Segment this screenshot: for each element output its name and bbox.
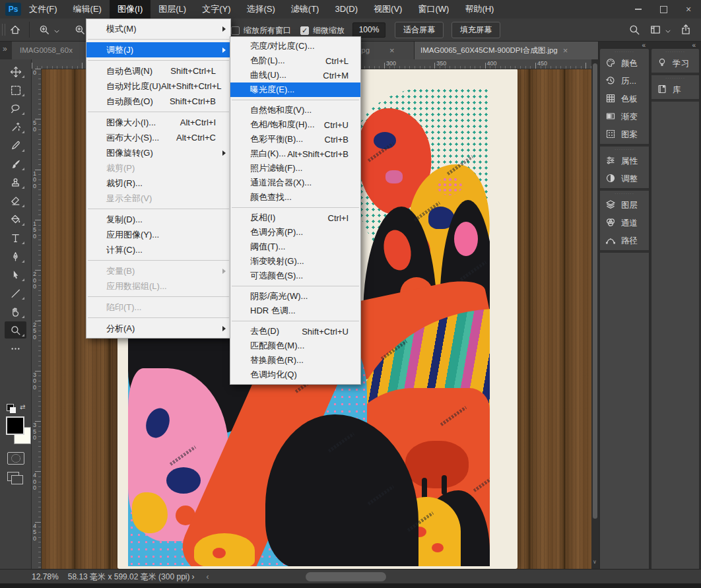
status-zoom-field[interactable]: 12.78% <box>32 572 59 581</box>
image-menu-item-13[interactable]: 裁切(R)... <box>86 176 230 191</box>
magic-wand-tool[interactable] <box>5 118 26 135</box>
panel-tab-gradient[interactable]: 渐变 <box>600 108 649 126</box>
adjust-submenu-item-3[interactable]: 曲线(U)...Ctrl+M <box>230 68 360 82</box>
image-menu-item-11[interactable]: 图像旋转(G) <box>86 145 230 160</box>
menubar-item-11[interactable]: 帮助(H) <box>457 0 502 18</box>
image-menu-item-6[interactable]: 自动对比度(U)Alt+Shift+Ctrl+L <box>86 79 230 94</box>
adjust-submenu-item-14[interactable]: 反相(I)Ctrl+I <box>230 211 360 225</box>
collapse-panels-icon[interactable]: « <box>692 42 695 49</box>
image-menu-item-3[interactable]: 调整(J) <box>86 42 230 57</box>
panel-drag-dots[interactable]: ········· <box>600 191 649 197</box>
panel-tab-adjust[interactable]: 调整 <box>600 170 649 188</box>
horizontal-scrollbar-thumb[interactable] <box>306 572 386 581</box>
menubar-item-10[interactable]: 窗口(W) <box>410 0 457 18</box>
close-tab-icon[interactable]: × <box>389 46 395 55</box>
path-selection-tool[interactable] <box>5 266 26 283</box>
zoom-tool-icon[interactable] <box>38 24 50 36</box>
fit-screen-button[interactable]: 适合屏幕 <box>395 22 444 38</box>
image-menu-item-20[interactable]: 变量(B) <box>86 263 230 278</box>
panel-tab-history[interactable]: 历... <box>600 73 649 90</box>
adjust-submenu-item-25[interactable]: 替换颜色(R)... <box>230 353 360 368</box>
menubar-item-7[interactable]: 滤镜(T) <box>283 0 327 18</box>
chevron-down-icon[interactable] <box>53 26 65 38</box>
maximize-button[interactable] <box>651 0 676 18</box>
rectangular-marquee-tool[interactable] <box>5 81 26 98</box>
panel-tab-palette[interactable]: 颜色 <box>600 55 649 73</box>
chevron-down-icon[interactable] <box>664 26 676 38</box>
panel-drag-dots[interactable]: ········· <box>600 49 649 55</box>
status-popup-icon[interactable]: › <box>191 572 194 581</box>
adjust-submenu-item-1[interactable]: 亮度/对比度(C)... <box>230 39 360 53</box>
search-icon[interactable] <box>628 24 640 36</box>
menubar-item-9[interactable]: 视图(V) <box>366 0 410 18</box>
image-menu-item-9[interactable]: 图像大小(I)...Alt+Ctrl+I <box>86 115 230 130</box>
panel-tab-paths[interactable]: 路径 <box>600 232 649 250</box>
adjust-submenu-item-6[interactable]: 自然饱和度(V)... <box>230 103 360 117</box>
eyedropper-tool[interactable] <box>5 137 26 154</box>
image-menu-item-21[interactable]: 应用数据组(L)... <box>86 278 230 294</box>
toolbar-expand-icon[interactable]: » <box>3 44 7 53</box>
menubar-item-1[interactable]: 文件(F) <box>21 0 65 18</box>
screen-mode-button[interactable] <box>7 472 19 481</box>
panel-tab-swatches[interactable]: 色板 <box>600 90 649 108</box>
panel-tab-properties[interactable]: 属性 <box>600 152 649 170</box>
adjust-submenu-item-23[interactable]: 去色(D)Shift+Ctrl+U <box>230 324 360 339</box>
adjust-submenu-item-9[interactable]: 黑白(K)...Alt+Shift+Ctrl+B <box>230 147 360 161</box>
adjust-submenu-item-24[interactable]: 匹配颜色(M)... <box>230 339 360 353</box>
image-menu-item-5[interactable]: 自动色调(N)Shift+Ctrl+L <box>86 63 230 79</box>
checkbox-unchecked[interactable] <box>231 26 240 35</box>
menubar-item-6[interactable]: 选择(S) <box>238 0 283 18</box>
image-menu-item-17[interactable]: 应用图像(Y)... <box>86 227 230 242</box>
checkbox-checked[interactable]: ✓ <box>300 26 309 35</box>
hand-tool[interactable] <box>5 303 26 320</box>
image-menu-item-1[interactable]: 模式(M) <box>86 21 230 36</box>
eraser-tool[interactable] <box>5 192 26 209</box>
collapse-panels-icon[interactable]: « <box>642 42 645 49</box>
zoom-tool[interactable] <box>5 321 26 339</box>
image-menu-item-14[interactable]: 显示全部(V) <box>86 191 230 206</box>
panel-tab-channels[interactable]: 通道 <box>600 214 649 232</box>
adjust-submenu-item-17[interactable]: 渐变映射(G)... <box>230 254 360 269</box>
image-menu-item-7[interactable]: 自动颜色(O)Shift+Ctrl+B <box>86 94 230 109</box>
image-menu-item-23[interactable]: 陷印(T)... <box>86 300 230 315</box>
menubar-item-2[interactable]: 编辑(E) <box>65 0 110 18</box>
workspace-switcher-icon[interactable] <box>650 24 661 36</box>
document-tab-3-active[interactable]: IMAG0065_60X45CM-900DPI合成图.jpg × <box>415 41 599 59</box>
scrubby-zoom-option[interactable]: ✓ 细微缩放 <box>300 25 345 36</box>
adjust-submenu-item-16[interactable]: 阈值(T)... <box>230 240 360 254</box>
paint-bucket-tool[interactable] <box>5 211 26 228</box>
close-tab-icon[interactable]: × <box>563 46 568 55</box>
more-tools[interactable] <box>5 340 26 357</box>
adjust-submenu-item-7[interactable]: 色相/饱和度(H)...Ctrl+U <box>230 117 360 132</box>
menubar-item-4[interactable]: 图层(L) <box>150 0 194 18</box>
adjust-submenu-item-10[interactable]: 照片滤镜(F)... <box>230 161 360 176</box>
scroll-down-icon[interactable]: ∨ <box>593 559 597 565</box>
type-tool[interactable] <box>5 229 26 246</box>
image-menu-item-10[interactable]: 画布大小(S)...Alt+Ctrl+C <box>86 130 230 145</box>
panel-tab-pattern[interactable]: 图案 <box>600 126 649 144</box>
close-button[interactable]: × <box>676 0 701 18</box>
brush-tool[interactable] <box>5 155 26 172</box>
panel-tab-layers[interactable]: 图层 <box>600 197 649 214</box>
adjust-submenu-item-8[interactable]: 色彩平衡(B)...Ctrl+B <box>230 132 360 147</box>
line-tool[interactable] <box>5 284 26 302</box>
scroll-left-icon[interactable]: ‹ <box>206 572 209 581</box>
zoom-all-windows-option[interactable]: 缩放所有窗口 <box>231 25 291 36</box>
zoom-percent-field[interactable]: 100% <box>352 22 385 38</box>
image-menu-item-12[interactable]: 裁剪(P) <box>86 160 230 176</box>
vertical-scrollbar[interactable]: ∨ <box>591 59 599 569</box>
adjust-submenu-item-18[interactable]: 可选颜色(S)... <box>230 269 360 283</box>
adjust-submenu-item-21[interactable]: HDR 色调... <box>230 304 360 318</box>
fill-screen-button[interactable]: 填充屏幕 <box>451 22 500 38</box>
move-tool[interactable] <box>5 63 26 80</box>
menubar-item-8[interactable]: 3D(D) <box>327 0 366 18</box>
home-icon[interactable] <box>9 24 21 36</box>
adjust-submenu-item-15[interactable]: 色调分离(P)... <box>230 225 360 240</box>
adjust-submenu-item-2[interactable]: 色阶(L)...Ctrl+L <box>230 53 360 68</box>
panel-drag-dots[interactable]: ········· <box>651 75 699 81</box>
foreground-color-swatch[interactable] <box>6 416 24 435</box>
panel-tab-bulb[interactable]: 学习 <box>651 55 699 73</box>
menubar-item-3[interactable]: 图像(I) <box>110 0 150 18</box>
adjust-submenu-item-26[interactable]: 色调均化(Q) <box>230 368 360 382</box>
image-menu-item-16[interactable]: 复制(D)... <box>86 212 230 227</box>
